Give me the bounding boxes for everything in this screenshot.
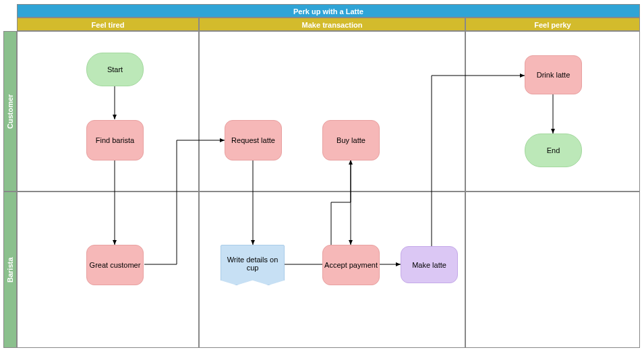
phase-header-make-transaction: Make transaction bbox=[199, 18, 465, 31]
node-request-latte: Request latte bbox=[225, 120, 282, 160]
cell-customer-transaction bbox=[199, 31, 465, 192]
node-end: End bbox=[525, 134, 582, 167]
phase-header-feel-tired: Feel tired bbox=[17, 18, 199, 31]
node-great-customer: Great customer bbox=[86, 245, 144, 285]
node-buy-latte: Buy latte bbox=[322, 120, 380, 160]
node-accept-payment: Accept payment bbox=[322, 245, 380, 285]
node-find-barista: Find barista bbox=[86, 120, 144, 160]
lane-header-customer: Customer bbox=[3, 31, 17, 192]
cell-barista-perky bbox=[465, 192, 640, 348]
node-make-latte: Make latte bbox=[401, 246, 458, 283]
swimlane-diagram: Perk up with a Latte Feel tired Make tra… bbox=[0, 0, 644, 352]
lane-header-barista: Barista bbox=[3, 192, 17, 348]
node-drink-latte: Drink latte bbox=[525, 55, 582, 94]
node-write-details: Write details on cup bbox=[221, 245, 285, 285]
diagram-title: Perk up with a Latte bbox=[17, 4, 640, 18]
phase-header-feel-perky: Feel perky bbox=[465, 18, 640, 31]
node-start: Start bbox=[86, 53, 144, 86]
